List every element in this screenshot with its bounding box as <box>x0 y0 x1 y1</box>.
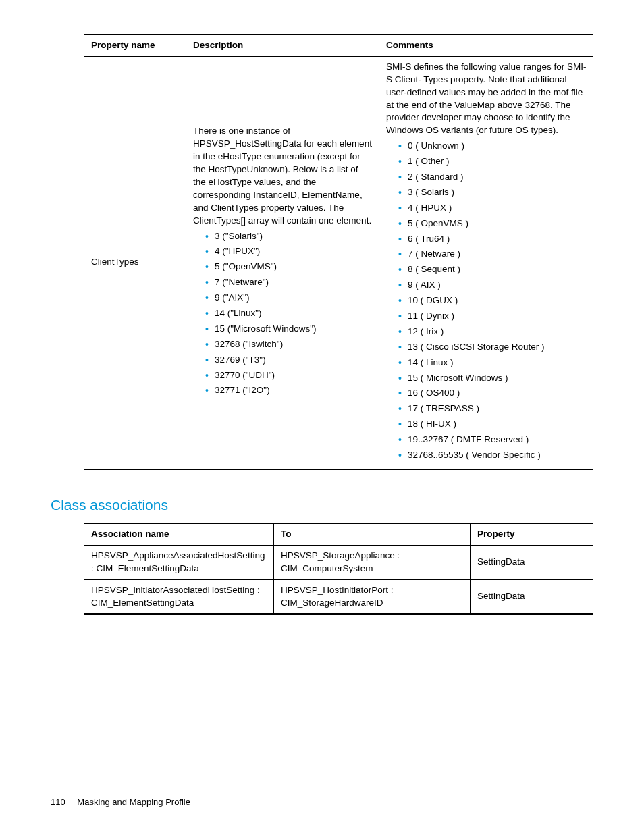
list-item: 8 ( Sequent ) <box>398 263 587 276</box>
list-item: 5 ( OpenVMS ) <box>398 217 587 230</box>
properties-table: Property name Description Comments Clien… <box>84 34 593 470</box>
table-row: ClientTypes There is one instance of HPS… <box>84 56 593 469</box>
section-heading: Class associations <box>51 497 593 513</box>
list-item: 1 ( Other ) <box>398 155 587 168</box>
col-association-name: Association name <box>84 523 274 545</box>
table-row: HPSVSP_InitiatorAssociatedHostSetting : … <box>84 579 593 614</box>
footer-title: Masking and Mapping Profile <box>77 797 190 807</box>
list-item: 15 ("Microsoft Windows") <box>205 323 372 336</box>
list-item: 3 ("Solaris") <box>205 230 372 243</box>
list-item: 7 ("Netware") <box>205 276 372 289</box>
comments-paragraph: SMI-S defines the following value ranges… <box>386 61 587 137</box>
cell-association-name: HPSVSP_InitiatorAssociatedHostSetting : … <box>84 579 274 614</box>
list-item: 17 ( TRESPASS ) <box>398 402 587 415</box>
cell-property: SettingData <box>471 545 594 579</box>
list-item: 9 ( AIX ) <box>398 279 587 292</box>
cell-to: HPSVSP_HostInitiatorPort : CIM_StorageHa… <box>274 579 471 614</box>
list-item: 32770 ("UDH") <box>205 369 372 382</box>
list-item: 32769 ("T3") <box>205 354 372 367</box>
list-item: 12 ( Irix ) <box>398 325 587 338</box>
col-to: To <box>274 523 471 545</box>
list-item: 2 ( Standard ) <box>398 171 587 184</box>
list-item: 6 ( Tru64 ) <box>398 233 587 246</box>
list-item: 32768 ("Iswitch") <box>205 338 372 351</box>
page: Property name Description Comments Clien… <box>0 0 644 834</box>
list-item: 14 ( Linux ) <box>398 357 587 369</box>
list-item: 18 ( HI-UX ) <box>398 418 587 431</box>
desc-paragraph: There is one instance of HPSVSP_HostSett… <box>193 125 372 227</box>
list-item: 14 ("Linux") <box>205 307 372 320</box>
table-row: HPSVSP_ApplianceAssociatedHostSetting : … <box>84 545 593 579</box>
list-item: 0 ( Unknown ) <box>398 140 587 153</box>
cell-property: SettingData <box>471 579 594 614</box>
col-comments: Comments <box>379 34 594 56</box>
list-item: 4 ("HPUX") <box>205 245 372 258</box>
list-item: 3 ( Solaris ) <box>398 186 587 199</box>
col-description: Description <box>186 34 379 56</box>
col-property: Property <box>471 523 594 545</box>
list-item: 13 ( Cisco iSCSI Storage Router ) <box>398 341 587 354</box>
cell-property-name: ClientTypes <box>84 56 186 469</box>
cell-description: There is one instance of HPSVSP_HostSett… <box>186 56 379 469</box>
cell-association-name: HPSVSP_ApplianceAssociatedHostSetting : … <box>84 545 274 579</box>
cell-to: HPSVSP_StorageAppliance : CIM_ComputerSy… <box>274 545 471 579</box>
list-item: 11 ( Dynix ) <box>398 310 587 323</box>
list-item: 9 ("AIX") <box>205 292 372 305</box>
desc-list: 3 ("Solaris") 4 ("HPUX") 5 ("OpenVMS") 7… <box>193 230 372 398</box>
list-item: 10 ( DGUX ) <box>398 294 587 307</box>
list-item: 7 ( Netware ) <box>398 248 587 261</box>
page-footer: 110 Masking and Mapping Profile <box>51 797 190 807</box>
list-item: 19..32767 ( DMTF Reserved ) <box>398 434 587 446</box>
cell-comments: SMI-S defines the following value ranges… <box>379 56 594 469</box>
list-item: 32768..65535 ( Vendor Specific ) <box>398 449 587 462</box>
list-item: 5 ("OpenVMS") <box>205 261 372 273</box>
table-header-row: Association name To Property <box>84 523 593 545</box>
list-item: 16 ( OS400 ) <box>398 387 587 400</box>
col-property-name: Property name <box>84 34 186 56</box>
table-header-row: Property name Description Comments <box>84 34 593 56</box>
list-item: 4 ( HPUX ) <box>398 202 587 215</box>
list-item: 32771 ("I2O") <box>205 384 372 397</box>
associations-table: Association name To Property HPSVSP_Appl… <box>84 523 593 615</box>
list-item: 15 ( Microsoft Windows ) <box>398 372 587 385</box>
page-number: 110 <box>51 797 65 807</box>
comments-list: 0 ( Unknown ) 1 ( Other ) 2 ( Standard )… <box>386 140 587 462</box>
